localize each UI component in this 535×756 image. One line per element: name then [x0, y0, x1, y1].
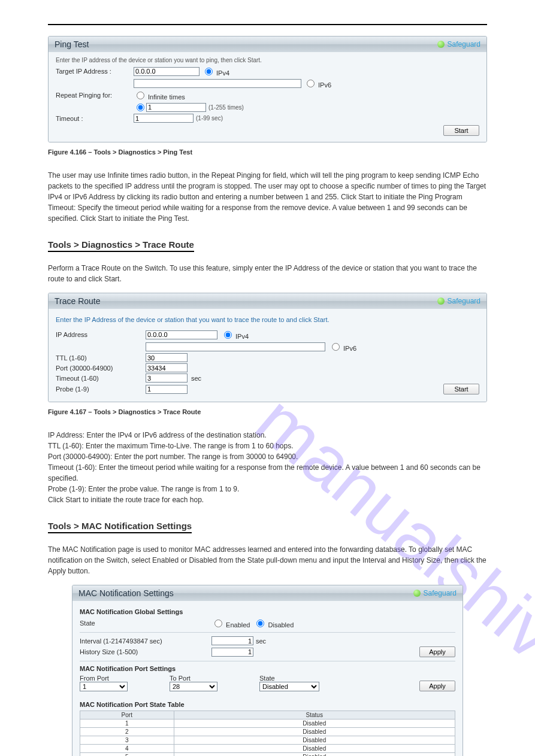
mac-history-input[interactable]	[211, 648, 253, 657]
col-status: Status	[174, 711, 455, 719]
table-row: 2Disabled	[80, 728, 455, 736]
ping-test-panel: Ping Test Safeguard Enter the IP address…	[48, 36, 487, 142]
trace-route-panel: Trace Route Safeguard Enter the IP Addre…	[48, 293, 487, 402]
cell-status: Disabled	[174, 745, 455, 753]
mac-lead: The MAC Notification page is used to mon…	[24, 544, 511, 576]
trace-description: IP Address: Enter the IPv4 or IPv6 addre…	[24, 430, 511, 505]
mac-portstate-select[interactable]: Disabled	[259, 682, 319, 691]
trace-route-heading: Tools > Diagnostics > Trace Route	[48, 239, 194, 252]
ping-timeout-hint: (1-99 sec)	[196, 115, 223, 122]
trace-figure-caption: Figure 4.167 – Tools > Diagnostics > Tra…	[48, 408, 511, 415]
cell-port: 4	[80, 745, 174, 753]
mac-title: MAC Notification Settings	[78, 588, 174, 598]
ping-figure-caption: Figure 4.166 – Tools > Diagnostics > Pin…	[48, 148, 511, 156]
ping-infinite-radio[interactable]: Infinite times	[134, 90, 185, 101]
trace-title: Trace Route	[55, 296, 101, 306]
safeguard-badge: Safeguard	[413, 589, 457, 597]
trace-ipv4-radio[interactable]: IPv4	[221, 329, 249, 340]
cell-status: Disabled	[174, 728, 455, 736]
ping-ipv4-radio[interactable]: IPv4	[202, 66, 229, 77]
mac-apply-global-button[interactable]: Apply	[419, 646, 455, 657]
trace-ttl-input[interactable]	[146, 353, 188, 362]
mac-toport-select[interactable]: 28	[170, 682, 217, 691]
ping-description: The user may use Infinite times radio bu…	[24, 170, 511, 224]
mac-heading: Tools > MAC Notification Settings	[48, 521, 192, 533]
cell-port: 1	[80, 719, 174, 728]
mac-history-label: History Size (1-500)	[80, 648, 211, 655]
safeguard-icon	[437, 41, 445, 48]
trace-start-button[interactable]: Start	[443, 384, 479, 394]
ping-target-label: Target IP Address :	[56, 68, 134, 75]
cell-port: 2	[80, 728, 174, 736]
ping-ipv6-input[interactable]	[134, 79, 301, 88]
mac-enabled-radio[interactable]: Enabled	[211, 618, 250, 629]
mac-port-section: MAC Notification Port Settings	[80, 665, 455, 672]
ping-times-input[interactable]	[146, 103, 206, 112]
mac-interval-input[interactable]	[211, 636, 253, 645]
trace-instruction: Enter the IP Address of the device or st…	[56, 316, 479, 323]
trace-timeout-label: Timeout (1-60)	[56, 375, 146, 382]
safeguard-badge: Safeguard	[437, 297, 480, 305]
trace-ip-label: IP Address	[56, 331, 146, 338]
cell-port: 3	[80, 736, 174, 745]
trace-timeout-unit: sec	[191, 375, 201, 382]
cell-port: 5	[80, 753, 174, 757]
mac-state-label: State	[80, 620, 211, 627]
ping-title: Ping Test	[55, 40, 89, 49]
safeguard-badge: Safeguard	[437, 40, 480, 48]
trace-ttl-label: TTL (1-60)	[56, 354, 146, 362]
trace-ipv6-input[interactable]	[146, 342, 325, 351]
safeguard-icon	[413, 590, 421, 597]
safeguard-label: Safeguard	[448, 297, 480, 305]
mac-disabled-radio[interactable]: Disabled	[253, 618, 294, 629]
table-row: 4Disabled	[80, 745, 455, 753]
ping-start-button[interactable]: Start	[443, 125, 479, 136]
ping-ipv6-radio[interactable]: IPv6	[304, 78, 331, 89]
ping-instruction: Enter the IP address of the device or st…	[56, 57, 479, 63]
mac-global-section: MAC Notification Global Settings	[80, 608, 455, 615]
trace-probe-label: Probe (1-9)	[56, 385, 146, 393]
trace-timeout-input[interactable]	[146, 374, 188, 382]
trace-ipv6-radio[interactable]: IPv6	[329, 341, 356, 352]
table-row: 5Disabled	[80, 753, 455, 757]
mac-port-state-table: Port Status 1Disabled2Disabled3Disabled4…	[80, 711, 455, 756]
trace-lead: Perform a Trace Route on the Switch. To …	[24, 263, 511, 284]
mac-table-section: MAC Notification Port State Table	[80, 701, 455, 708]
ping-timeout-input[interactable]	[134, 114, 194, 123]
cell-status: Disabled	[174, 736, 455, 745]
ping-times-hint: (1-255 times)	[208, 104, 244, 111]
mac-notification-panel: MAC Notification Settings Safeguard MAC …	[72, 585, 463, 756]
trace-ipv4-input[interactable]	[146, 330, 217, 339]
mac-interval-label: Interval (1-2147493847 sec)	[80, 637, 211, 645]
mac-apply-port-button[interactable]: Apply	[419, 681, 455, 691]
cell-status: Disabled	[174, 753, 455, 757]
safeguard-label: Safeguard	[448, 40, 480, 48]
ping-timeout-label: Timeout :	[56, 115, 134, 122]
mac-interval-unit: sec	[256, 637, 266, 645]
mac-fromport-select[interactable]: 1	[80, 682, 128, 691]
trace-port-input[interactable]	[146, 363, 188, 372]
col-port: Port	[80, 711, 174, 719]
ping-ipv4-input[interactable]	[134, 67, 200, 76]
safeguard-icon	[437, 297, 445, 305]
page-top-rule	[48, 24, 487, 25]
trace-probe-input[interactable]	[146, 385, 188, 394]
mac-toport-label: To Port	[170, 675, 259, 682]
ping-times-radio[interactable]	[134, 102, 146, 113]
mac-portstate-label: State	[259, 675, 349, 682]
safeguard-label: Safeguard	[424, 589, 457, 597]
trace-port-label: Port (30000-64900)	[56, 365, 146, 372]
table-row: 3Disabled	[80, 736, 455, 745]
mac-fromport-label: From Port	[80, 675, 170, 682]
cell-status: Disabled	[174, 719, 455, 728]
ping-repeat-label: Repeat Pinging for:	[56, 92, 134, 99]
table-row: 1Disabled	[80, 719, 455, 728]
